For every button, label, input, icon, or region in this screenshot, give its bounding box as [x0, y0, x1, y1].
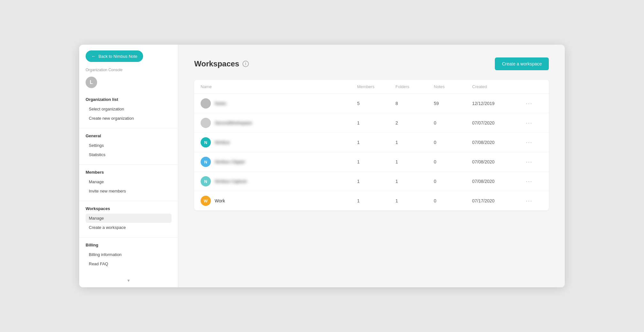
workspace-name: Notes — [215, 101, 226, 106]
sidebar-item-billing-information[interactable]: Billing information — [86, 250, 172, 259]
workspace-avatar: N — [201, 157, 211, 167]
sidebar-section-general: General Settings Statistics — [79, 130, 178, 159]
col-header-name: Name — [201, 84, 357, 89]
section-title-members: Members — [86, 167, 172, 175]
cell-folders: 1 — [395, 179, 434, 184]
col-header-actions — [523, 84, 542, 89]
sidebar-item-select-organization[interactable]: Select organization — [86, 104, 172, 114]
table-header: Name Members Folders Notes Created — [194, 80, 549, 94]
org-avatar: L — [86, 77, 97, 88]
cell-folders: 8 — [395, 101, 434, 106]
cell-actions: ··· — [523, 99, 542, 108]
page-header: Workspaces i Create a workspace — [194, 57, 549, 70]
sidebar: ← Back to Nimbus Note Organization Conso… — [79, 45, 178, 287]
cell-notes: 0 — [434, 120, 472, 125]
cell-folders: 2 — [395, 120, 434, 125]
cell-members: 1 — [357, 140, 395, 145]
cell-members: 5 — [357, 101, 395, 106]
col-header-folders: Folders — [395, 84, 434, 89]
cell-notes: 59 — [434, 101, 472, 106]
page-title-row: Workspaces i — [194, 59, 249, 68]
more-options-button[interactable]: ··· — [523, 118, 535, 128]
cell-created: 07/17/2020 — [472, 198, 523, 203]
more-options-button[interactable]: ··· — [523, 138, 535, 147]
cell-members: 1 — [357, 179, 395, 184]
sidebar-item-settings[interactable]: Settings — [86, 141, 172, 150]
app-window: ← Back to Nimbus Note Organization Conso… — [79, 45, 565, 287]
sidebar-item-read-faq[interactable]: Read FAQ — [86, 259, 172, 268]
table-row: NNimbus Clipper11007/08/2020··· — [194, 152, 549, 172]
scroll-down-icon[interactable]: ▼ — [79, 277, 178, 284]
cell-members: 1 — [357, 159, 395, 164]
sidebar-item-create-new-organization[interactable]: Create new organization — [86, 114, 172, 123]
cell-notes: 0 — [434, 179, 472, 184]
page-title: Workspaces — [194, 59, 239, 68]
sidebar-section-members: Members Manage Invite new members — [79, 167, 178, 196]
col-header-created: Created — [472, 84, 523, 89]
back-button-label: Back to Nimbus Note — [98, 54, 137, 59]
table-row: NNimbus11007/08/2020··· — [194, 133, 549, 152]
main-content: Workspaces i Create a workspace Name Mem… — [178, 45, 565, 287]
cell-created: 07/08/2020 — [472, 179, 523, 184]
cell-created: 07/07/2020 — [472, 120, 523, 125]
section-title-workspaces: Workspaces — [86, 203, 172, 211]
cell-notes: 0 — [434, 198, 472, 203]
more-options-button[interactable]: ··· — [523, 196, 535, 206]
cell-members: 1 — [357, 120, 395, 125]
cell-folders: 1 — [395, 159, 434, 164]
workspace-avatar: W — [201, 196, 211, 206]
col-header-notes: Notes — [434, 84, 472, 89]
workspace-name: Nimbus — [215, 140, 230, 145]
cell-created: 07/08/2020 — [472, 140, 523, 145]
cell-created: 07/08/2020 — [472, 159, 523, 164]
workspace-name: Nimbus Clipper — [215, 159, 245, 164]
sidebar-item-create-a-workspace[interactable]: Create a workspace — [86, 223, 172, 232]
cell-notes: 0 — [434, 140, 472, 145]
workspace-name-cell: NNimbus Capture — [201, 176, 357, 186]
cell-actions: ··· — [523, 138, 542, 147]
workspace-name: SecondWorkspace — [215, 120, 252, 125]
sidebar-item-workspaces-manage[interactable]: Manage — [86, 214, 172, 223]
workspace-name-cell: WWork — [201, 196, 357, 206]
sidebar-section-workspaces: Workspaces Manage Create a workspace — [79, 203, 178, 232]
back-button[interactable]: ← Back to Nimbus Note — [86, 50, 143, 62]
table-row: WWork11007/17/2020··· — [194, 191, 549, 210]
workspace-name: Nimbus Capture — [215, 179, 247, 184]
sidebar-section-billing: Billing Billing information Read FAQ — [79, 239, 178, 268]
table-row: Notes585912/12/2019··· — [194, 94, 549, 113]
cell-folders: 1 — [395, 198, 434, 203]
table-row: NNimbus Capture11007/08/2020··· — [194, 172, 549, 191]
table-row: SecondWorkspace12007/07/2020··· — [194, 113, 549, 133]
workspace-table: Name Members Folders Notes Created Notes… — [194, 80, 549, 210]
section-title-billing: Billing — [86, 239, 172, 247]
table-body: Notes585912/12/2019···SecondWorkspace120… — [194, 94, 549, 210]
back-arrow-icon: ← — [91, 54, 96, 59]
workspace-avatar — [201, 118, 211, 128]
section-title-organization-list: Organization list — [86, 94, 172, 102]
workspace-avatar — [201, 98, 211, 109]
cell-members: 1 — [357, 198, 395, 203]
more-options-button[interactable]: ··· — [523, 177, 535, 186]
cell-actions: ··· — [523, 118, 542, 128]
divider-general — [79, 128, 178, 128]
cell-actions: ··· — [523, 196, 542, 206]
cell-created: 12/12/2019 — [472, 101, 523, 106]
sidebar-item-statistics[interactable]: Statistics — [86, 150, 172, 159]
cell-actions: ··· — [523, 157, 542, 167]
divider-members — [79, 164, 178, 165]
sidebar-item-invite-new-members[interactable]: Invite new members — [86, 186, 172, 196]
more-options-button[interactable]: ··· — [523, 99, 535, 108]
workspace-name-cell: Notes — [201, 98, 357, 109]
divider-billing — [79, 237, 178, 238]
create-workspace-button[interactable]: Create a workspace — [495, 57, 549, 70]
workspace-name-cell: NNimbus Clipper — [201, 157, 357, 167]
divider-workspaces — [79, 201, 178, 201]
workspace-name: Work — [215, 198, 225, 203]
cell-folders: 1 — [395, 140, 434, 145]
info-icon[interactable]: i — [242, 61, 249, 67]
sidebar-section-organization-list: Organization list Select organization Cr… — [79, 94, 178, 123]
workspace-avatar: N — [201, 137, 211, 147]
more-options-button[interactable]: ··· — [523, 157, 535, 167]
org-console-label: Organization Console — [79, 68, 178, 77]
sidebar-item-members-manage[interactable]: Manage — [86, 177, 172, 186]
